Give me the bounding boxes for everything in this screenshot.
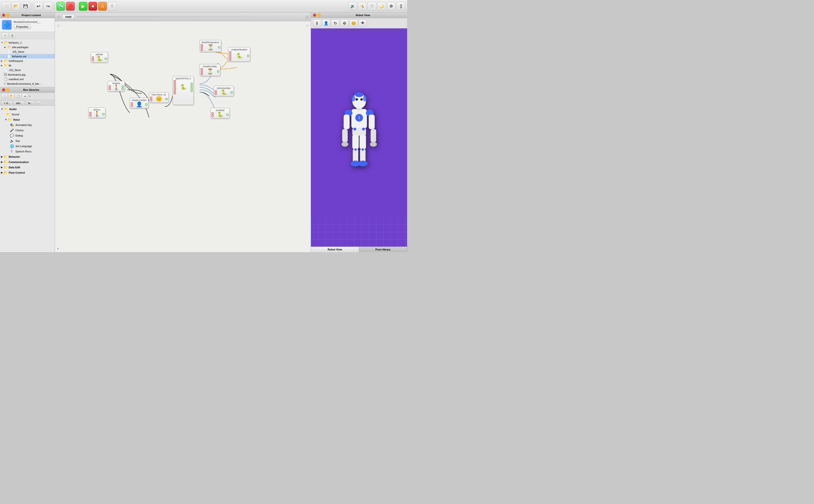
window-button[interactable]: ⬜ [2,2,11,11]
port-in2 [212,115,214,117]
lib-cat-communication[interactable]: ▶ 📁 Communication [0,159,55,165]
node-speech-to-text[interactable]: speechToText_3 🐍 [172,76,194,105]
canvas-content[interactable]: ◇ ◇ ● [55,21,311,252]
robot-person-button[interactable]: 👤 [322,20,330,27]
lib-item-dialog[interactable]: 💬 Dialog [0,133,55,138]
svg-rect-21 [353,149,358,162]
save-button[interactable]: 💾 [21,2,30,11]
motion-button[interactable]: 🤸 [358,2,367,11]
tree-item-manifest[interactable]: ▶ 📋 manifest.xml [0,77,55,81]
lib-cat-flow-control[interactable]: ▶ 📁 Flow Control [0,170,55,175]
robot-view-tab[interactable]: Robot View [311,247,359,252]
lib-view4-button[interactable]: ⇥ [22,93,28,99]
undo-button[interactable]: ↩ [34,2,43,11]
lib-item-sound[interactable]: 📁 Sound [0,112,55,117]
warn-button[interactable]: ⚠ [98,2,107,11]
heart-button[interactable]: ♡ [368,2,376,11]
play-button[interactable]: ▶ [79,2,87,11]
lib-choice-label: Choice [15,129,24,132]
robot-info-button[interactable]: ℹ [313,20,321,27]
node-90turn[interactable]: 90Turn 🚶 [88,107,105,118]
tree-item-illuminance[interactable]: ▶ 🖼 illuminance.jpg [0,72,55,77]
delete-item-button[interactable]: 🗑 [9,33,15,38]
box-libraries-title: Box libraries [23,88,39,91]
wifi-button[interactable]: 📡 [56,2,65,11]
tree-item-lib[interactable]: ▶ 📁 lib [0,63,55,68]
node-read-humidity[interactable]: ReadHumidity ⏳ [199,64,220,76]
connect-button[interactable]: 🔴 [66,2,75,11]
port-out3 [191,87,192,89]
tree-item-sitepackages[interactable]: ▶ 📁 site-packages [0,45,55,49]
robot-close-button[interactable]: ✕ [313,13,316,17]
port-out1 [191,83,192,85]
robot-face-button[interactable]: 😊 [350,20,358,27]
lib-view1-button[interactable]: ⬜ [1,93,8,99]
node-setpath[interactable]: setPath 🐍 [91,52,108,63]
node-analyse-situation[interactable]: AnalyseSituation 🐍 [228,47,250,62]
stop-button[interactable]: ■ [88,2,97,11]
tree-item-inforequest[interactable]: ▶ 📁 InfoRequest [0,59,55,63]
pause-button[interactable]: ⏸ [108,2,116,11]
node-store-userdata[interactable]: storeUserdata 🐍 [214,86,234,96]
add-item-button[interactable]: + [2,33,8,38]
robot-rotate-button[interactable]: ↻ [331,20,339,27]
root-label: root [62,14,74,19]
lib-tab-adv[interactable]: adv... [13,101,25,105]
canvas-area[interactable]: ◇ root ◇ ◇ ◇ ● [55,13,311,252]
lib-cat-voice-label: Voice [13,118,20,121]
properties-button[interactable]: Properties [13,24,31,29]
lib-sound-label: Sound [12,113,19,116]
minimize-button[interactable] [6,13,10,17]
open-button[interactable]: 📂 [12,2,20,11]
lib-close-button[interactable]: ✕ [2,88,5,92]
lib-cat-behavior[interactable]: ▶ 📁 Behavior [0,154,55,159]
lib-item-speech-reco[interactable]: 🎙 Speech Reco. [0,149,55,154]
node-face-reco[interactable]: Face Reco. (1) 😐 [149,92,169,103]
pose-library-tab[interactable]: Pose library [359,247,407,252]
tree-item-monitor[interactable]: ▶ C MonitorEnvironment_8_feb... [0,81,55,86]
lib-item-choice[interactable]: 🎤 Choice [0,128,55,133]
node-people-tracker[interactable]: People Tracker 👤 [130,98,148,108]
svg-rect-20 [352,135,359,149]
grip-button[interactable]: ⣿ [397,2,405,11]
lib-view2-button[interactable]: 📂 [8,93,14,99]
turn90-icon: 🚶 [94,111,100,117]
mail-icon: 🐍 [217,112,224,117]
tree-item-dsstore1[interactable]: ▶ 📄 .DS_Store [0,49,55,54]
node-read-humidity-title: ReadHumidity [201,65,219,68]
close-button[interactable]: ✕ [2,13,5,17]
lib-tab-more[interactable]: ... [36,101,41,105]
robot-grid [311,218,407,247]
lib-tab-ta[interactable]: ta... [25,101,35,105]
lib-item-animated-say[interactable]: 🎭 Animated Say [0,122,55,128]
tree-item-behavior1[interactable]: ▼ 📁 behavior_1 [0,40,55,45]
node-read-temperature[interactable]: ReadTemperature ⏳ [199,40,221,52]
tree-item-behaviorxar[interactable]: ▶ 📄 behavior.xar [0,54,55,59]
lib-cat-audio[interactable]: ▼ 📁 Audio [0,106,55,112]
port-out4 [191,90,192,92]
node-send-mail[interactable]: sendMail 🐍 [211,108,230,118]
lib-cat-data-edit[interactable]: ▶ 📁 Data Edit [0,165,55,170]
robot-figure: i [335,92,383,183]
project-info: 🔷 MonitorEnvironment_... Properties [0,18,55,32]
moon-button[interactable]: 🌙 [377,2,386,11]
lib-cat-voice[interactable]: ▼ 📁 Voice [0,117,55,122]
node-timeline[interactable]: Timeline 🚶 [107,81,125,92]
svg-point-1 [356,98,358,101]
lib-min-button[interactable] [6,88,10,92]
lib-item-say[interactable]: 🔈 Say [0,138,55,144]
port-out1 [218,46,220,48]
lib-tab-st[interactable]: × st... [1,101,13,105]
gear-button[interactable]: ⚙ [387,2,396,11]
volume-button[interactable]: 🔊 [348,2,357,11]
tree-item-dsstore2[interactable]: ▶ 📄 .DS_Store [0,68,55,72]
port-out1 [217,71,219,72]
lib-item-set-language[interactable]: 🌐 Set Language [0,144,55,149]
svg-rect-15 [371,129,376,142]
lib-view3-button[interactable]: 📋 [15,93,21,99]
robot-settings-button[interactable]: ⚙ [340,20,349,27]
speech-icon: 🐍 [180,85,186,90]
redo-button[interactable]: ↪ [44,2,52,11]
robot-view-button[interactable]: 👁 [359,20,367,27]
robot-min-button[interactable] [317,13,321,17]
